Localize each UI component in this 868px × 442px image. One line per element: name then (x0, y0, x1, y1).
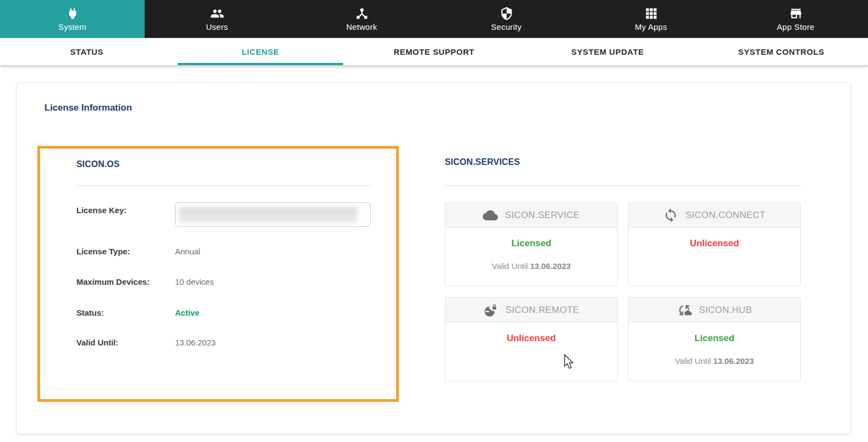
valid-until-label: Valid Until: (76, 338, 119, 347)
service-name: SICON.REMOTE (506, 305, 579, 316)
app-root: System Users Network Security My Apps (0, 0, 868, 442)
nav-item-system[interactable]: System (0, 0, 145, 38)
nav-label: App Store (777, 22, 814, 31)
maximum-devices-label: Maximum Devices: (76, 277, 150, 286)
license-key-row: License Key: (76, 206, 380, 217)
card-sicon-hub: SICON.HUB Licensed Valid Until 13.06.202… (628, 297, 801, 381)
valid-until-prefix: Valid Until (675, 356, 711, 366)
status-badge: Active (175, 308, 199, 317)
top-navigation: System Users Network Security My Apps (0, 0, 868, 38)
valid-until-line: Valid Until 13.06.2023 (629, 356, 800, 366)
sicon-services-heading: SICON.SERVICES (445, 157, 520, 167)
card-header: SICON.SERVICE (445, 203, 617, 228)
valid-until-date: 13.06.2023 (530, 261, 571, 271)
status-row: Status: Active (76, 308, 380, 320)
service-name: SICON.CONNECT (685, 210, 766, 221)
tab-status[interactable]: STATUS (0, 38, 173, 65)
card-sicon-remote: SICON.REMOTE Unlicensed (445, 297, 618, 381)
tab-license[interactable]: LICENSE (173, 38, 347, 65)
globe-lock-icon (483, 303, 498, 318)
valid-until-row: Valid Until: 13.06.2023 (76, 338, 380, 350)
nav-label: Security (491, 22, 522, 31)
service-cards: SICON.SERVICE Licensed Valid Until 13.06… (445, 202, 801, 381)
nav-item-users[interactable]: Users (145, 0, 289, 38)
sicon-os-panel: SICON.OS License Key: License Type: Annu… (37, 146, 399, 402)
cloud-icon (483, 208, 498, 223)
valid-until-line: Valid Until 13.06.2023 (445, 261, 617, 271)
license-status: Unlicensed (445, 333, 617, 344)
sync-icon (663, 208, 678, 223)
card-sicon-service: SICON.SERVICE Licensed Valid Until 13.06… (445, 202, 618, 286)
license-key-label: License Key: (76, 206, 127, 215)
license-type-row: License Type: Annual (76, 247, 380, 259)
power-plug-icon (66, 7, 80, 21)
sicon-os-heading: SICON.OS (76, 159, 120, 169)
mouse-cursor (564, 354, 575, 370)
maximum-devices-row: Maximum Devices: 10 devices (76, 277, 380, 289)
valid-until-prefix: Valid Until (492, 261, 528, 271)
nav-label: System (59, 22, 87, 31)
card-sicon-connect: SICON.CONNECT Unlicensed (628, 202, 801, 286)
storefront-icon (789, 7, 803, 21)
cloud-sync-icon (677, 303, 692, 318)
valid-until-value: 13.06.2023 (175, 338, 216, 347)
service-name: SICON.HUB (699, 305, 752, 316)
nav-label: Network (346, 22, 377, 31)
nav-item-my-apps[interactable]: My Apps (579, 0, 723, 38)
system-tab-bar: STATUS LICENSE REMOTE SUPPORT SYSTEM UPD… (0, 38, 868, 65)
card-header: SICON.HUB (629, 298, 800, 323)
service-name: SICON.SERVICE (505, 210, 580, 221)
tab-remote-support[interactable]: REMOTE SUPPORT (347, 38, 521, 65)
shield-icon (500, 7, 514, 21)
tab-system-update[interactable]: SYSTEM UPDATE (521, 38, 694, 65)
maximum-devices-value: 10 devices (175, 277, 214, 286)
valid-until-date: 13.06.2023 (713, 356, 754, 366)
license-type-label: License Type: (76, 247, 130, 256)
nav-label: Users (206, 22, 228, 31)
card-header: SICON.REMOTE (445, 298, 617, 323)
nav-label: My Apps (635, 22, 668, 31)
blurred-license-key (179, 207, 358, 222)
page-title: License Information (44, 103, 132, 113)
nav-item-network[interactable]: Network (289, 0, 434, 38)
status-label: Status: (76, 308, 104, 317)
divider (76, 185, 371, 186)
nav-item-app-store[interactable]: App Store (723, 0, 868, 38)
tab-system-controls[interactable]: SYSTEM CONTROLS (695, 38, 868, 65)
license-type-value: Annual (175, 247, 200, 256)
license-status: Licensed (629, 333, 800, 344)
divider (445, 185, 801, 186)
card-header: SICON.CONNECT (629, 203, 800, 228)
apps-grid-icon (644, 7, 658, 21)
license-key-input[interactable] (175, 202, 371, 227)
content-card: License Information SICON.OS License Key… (16, 82, 851, 434)
device-hub-icon (355, 7, 369, 21)
license-status: Unlicensed (629, 238, 800, 249)
license-status: Licensed (445, 238, 617, 249)
people-icon (210, 7, 224, 21)
nav-item-security[interactable]: Security (434, 0, 579, 38)
